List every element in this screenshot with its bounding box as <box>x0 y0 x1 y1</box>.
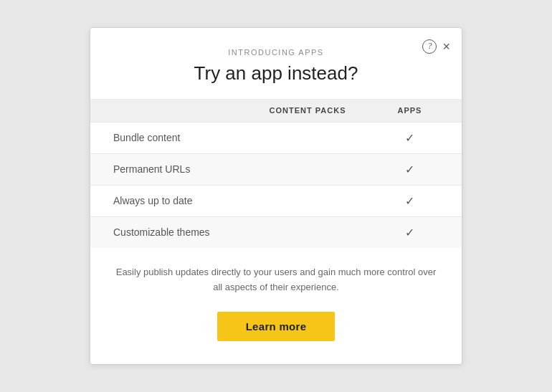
apps-cell: ✓ <box>358 122 462 153</box>
modal-subtitle: INTRODUCING APPS <box>125 48 427 57</box>
modal-footer: Easily publish updates directly to your … <box>90 248 462 365</box>
modal-dialog: ? × INTRODUCING APPS Try an app instead?… <box>90 27 462 365</box>
learn-more-button[interactable]: Learn more <box>217 312 336 341</box>
close-icon[interactable]: × <box>442 40 450 53</box>
modal-header: ? × INTRODUCING APPS Try an app instead? <box>90 28 462 99</box>
modal-controls: ? × <box>422 39 450 54</box>
table-header-row: CONTENT PACKS APPS <box>90 99 462 123</box>
content-packs-column-header: CONTENT PACKS <box>257 99 358 123</box>
modal-title: Try an app instead? <box>125 62 427 85</box>
comparison-table: CONTENT PACKS APPS Bundle content✓Perman… <box>90 99 462 248</box>
checkmark-icon: ✓ <box>405 195 414 207</box>
help-icon[interactable]: ? <box>422 39 437 54</box>
apps-column-header: APPS <box>358 99 462 123</box>
table-row: Always up to date✓ <box>90 185 462 216</box>
feature-cell: Always up to date <box>90 185 257 216</box>
checkmark-icon: ✓ <box>405 132 414 144</box>
content-packs-cell <box>257 216 358 248</box>
apps-cell: ✓ <box>358 216 462 248</box>
content-packs-cell <box>257 185 358 216</box>
feature-cell: Customizable themes <box>90 216 257 248</box>
content-packs-cell <box>257 153 358 185</box>
description-text: Easily publish updates directly to your … <box>113 265 439 295</box>
table-row: Bundle content✓ <box>90 122 462 153</box>
checkmark-icon: ✓ <box>405 226 414 239</box>
feature-cell: Permanent URLs <box>90 153 257 185</box>
feature-cell: Bundle content <box>90 122 257 153</box>
checkmark-icon: ✓ <box>405 163 414 176</box>
table-row: Permanent URLs✓ <box>90 153 462 185</box>
apps-cell: ✓ <box>358 185 462 216</box>
table-row: Customizable themes✓ <box>90 216 462 248</box>
apps-cell: ✓ <box>358 153 462 185</box>
content-packs-cell <box>257 122 358 153</box>
feature-column-header <box>90 99 257 123</box>
